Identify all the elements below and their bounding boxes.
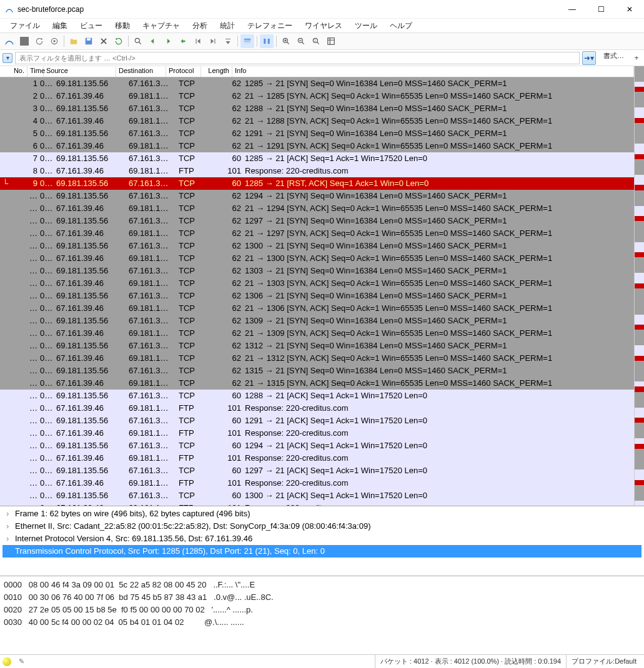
expand-icon[interactable]: › [6, 533, 15, 545]
packet-row[interactable]: 3 0… 69.181.135.56 67.161.3… TCP 62 1288… [0, 102, 634, 115]
col-header-info[interactable]: Info [232, 66, 634, 77]
packet-row[interactable]: … 0… 67.161.39.46 69.181.1… TCP 62 21 → … [0, 277, 634, 290]
packet-row[interactable]: 1 0… 69.181.135.56 67.161.3… TCP 62 1285… [0, 77, 634, 90]
apply-filter-button[interactable]: ➜ ▾ [582, 51, 596, 65]
packet-row[interactable]: … 0… 69.181.135.56 67.161.3… TCP 62 1297… [0, 215, 634, 227]
packet-row[interactable]: … 0… 67.161.39.46 69.181.1… FTP 101 Resp… [0, 502, 634, 506]
menu-統計[interactable]: 統計 [214, 19, 241, 32]
menu-ファイル[interactable]: ファイル [4, 19, 46, 32]
packet-row[interactable]: … 0… 67.161.39.46 69.181.1… TCP 62 21 → … [0, 252, 634, 265]
col-header-no[interactable]: No. [0, 66, 27, 77]
packet-row[interactable]: … 0… 69.181.135.56 67.161.3… TCP 60 1297… [0, 464, 634, 477]
status-profile[interactable]: プロファイル:Default [566, 655, 642, 668]
col-header-time[interactable]: Time [27, 66, 44, 77]
capture-options-icon[interactable] [47, 34, 61, 48]
resize-all-icon[interactable] [324, 34, 338, 48]
expand-icon[interactable]: › [6, 508, 15, 520]
packet-row[interactable]: 8 0… 67.161.39.46 69.181.1… FTP 101 Resp… [0, 165, 634, 177]
go-back-icon[interactable] [146, 34, 160, 48]
find-icon[interactable] [131, 34, 145, 48]
bookmark-icon[interactable]: ▾ [2, 53, 12, 63]
capture-restart-icon[interactable] [32, 34, 46, 48]
packet-bytes-pane[interactable]: 0000 08 00 46 f4 3a 09 00 01 5c 22 a5 82… [0, 576, 644, 654]
col-header-source[interactable]: Source [44, 66, 116, 77]
packet-row[interactable]: … 0… 67.161.39.46 69.181.1… TCP 62 21 → … [0, 302, 634, 315]
packet-row[interactable]: … 0… 69.181.135.56 67.161.3… TCP 62 1309… [0, 315, 634, 327]
packet-row[interactable]: … 0… 67.161.39.46 69.181.1… FTP 101 Resp… [0, 427, 634, 440]
hex-row[interactable]: 0000 08 00 46 f4 3a 09 00 01 5c 22 a5 82… [4, 579, 640, 591]
menu-ヘルプ[interactable]: ヘルプ [384, 19, 419, 32]
packet-row[interactable]: … 0… 67.161.39.46 69.181.1… TCP 62 21 → … [0, 202, 634, 215]
packet-row[interactable]: … 0… 67.161.39.46 69.181.1… TCP 62 21 → … [0, 227, 634, 240]
open-file-icon[interactable] [67, 34, 81, 48]
menu-移動[interactable]: 移動 [109, 19, 136, 32]
detail-row[interactable]: ›Internet Protocol Version 4, Src: 69.18… [2, 533, 642, 545]
detail-row[interactable]: ›Frame 1: 62 bytes on wire (496 bits), 6… [2, 508, 642, 520]
packet-row[interactable]: … 0… 69.181.135.56 67.161.3… TCP 60 1291… [0, 415, 634, 427]
packet-row[interactable]: … 0… 67.161.39.46 69.181.1… FTP 101 Resp… [0, 452, 634, 464]
packet-row[interactable]: … 0… 67.161.39.46 69.181.1… TCP 62 21 → … [0, 352, 634, 365]
menu-編集[interactable]: 編集 [46, 19, 74, 32]
packet-row[interactable]: … 0… 69.181.135.56 67.161.3… TCP 60 1300… [0, 489, 634, 502]
minimize-button[interactable]: — [558, 0, 587, 19]
packet-row[interactable]: … 0… 69.181.135.56 67.161.3… TCP 62 1315… [0, 365, 634, 377]
go-first-icon[interactable] [191, 34, 205, 48]
display-filter-input[interactable] [15, 52, 580, 64]
detail-row[interactable]: ›Ethernet II, Src: Cadant_22:a5:82 (00:0… [2, 520, 642, 533]
expert-info-icon[interactable] [2, 657, 11, 666]
packet-row[interactable]: … 0… 69.181.135.56 67.161.3… TCP 62 1300… [0, 240, 634, 252]
menu-ビュー[interactable]: ビュー [74, 19, 109, 32]
hex-row[interactable]: 0010 00 30 06 76 40 00 7f 06 bd 75 45 b5… [4, 591, 640, 604]
detail-row[interactable]: ›Transmission Control Protocol, Src Port… [2, 545, 642, 557]
save-file-icon[interactable] [82, 34, 96, 48]
colorize-icon[interactable] [240, 34, 254, 48]
menu-分析[interactable]: 分析 [186, 19, 214, 32]
packet-row[interactable]: … 0… 67.161.39.46 69.181.1… FTP 101 Resp… [0, 402, 634, 415]
go-last-icon[interactable] [206, 34, 220, 48]
capture-start-icon[interactable] [2, 34, 16, 48]
packet-minimap[interactable] [634, 66, 644, 506]
reload-icon[interactable] [112, 34, 126, 48]
col-header-length[interactable]: Length [201, 66, 232, 77]
menu-ツール[interactable]: ツール [349, 19, 384, 32]
packet-row[interactable]: 6 0… 67.161.39.46 69.181.1… TCP 62 21 → … [0, 140, 634, 152]
packet-row[interactable]: └9 0… 69.181.135.56 67.161.3… TCP 60 128… [0, 177, 634, 190]
zoom-in-icon[interactable] [279, 34, 293, 48]
packet-row[interactable]: … 0… 67.161.39.46 69.181.1… TCP 62 21 → … [0, 377, 634, 390]
packet-details-pane[interactable]: ›Frame 1: 62 bytes on wire (496 bits), 6… [0, 506, 644, 576]
filter-style-button[interactable]: 書式… [598, 51, 629, 65]
expand-icon[interactable]: › [6, 545, 15, 557]
packet-list-header[interactable]: No. Time Source Destination Protocol Len… [0, 66, 634, 77]
packet-row[interactable]: … 0… 69.181.135.56 67.161.3… TCP 62 1294… [0, 190, 634, 202]
packet-list-body[interactable]: 1 0… 69.181.135.56 67.161.3… TCP 62 1285… [0, 77, 634, 506]
edit-capture-comment-icon[interactable]: ✎ [16, 657, 26, 666]
packet-row[interactable]: … 0… 67.161.39.46 69.181.1… FTP 101 Resp… [0, 477, 634, 489]
packet-row[interactable]: … 0… 69.181.135.56 67.161.3… TCP 60 1288… [0, 390, 634, 402]
packet-row[interactable]: 4 0… 67.161.39.46 69.181.1… TCP 62 21 → … [0, 115, 634, 127]
go-to-packet-icon[interactable] [176, 34, 190, 48]
auto-scroll-icon[interactable] [221, 34, 235, 48]
resize-columns-icon[interactable] [260, 34, 274, 48]
close-button[interactable]: ✕ [615, 0, 644, 19]
packet-row[interactable]: … 0… 69.181.135.56 67.161.3… TCP 60 1294… [0, 440, 634, 452]
packet-row[interactable]: … 0… 67.161.39.46 69.181.1… TCP 62 21 → … [0, 327, 634, 340]
packet-row[interactable]: … 0… 69.181.135.56 67.161.3… TCP 62 1306… [0, 290, 634, 302]
packet-row[interactable]: … 0… 69.181.135.56 67.161.3… TCP 62 1312… [0, 340, 634, 352]
packet-row[interactable]: 7 0… 69.181.135.56 67.161.3… TCP 60 1285… [0, 152, 634, 165]
capture-stop-icon[interactable] [17, 34, 31, 48]
hex-row[interactable]: 0030 40 00 5c f4 00 00 02 04 05 b4 01 01… [4, 616, 640, 629]
close-file-icon[interactable] [97, 34, 111, 48]
menu-ワイヤレス[interactable]: ワイヤレス [299, 19, 349, 32]
col-header-protocol[interactable]: Protocol [166, 66, 201, 77]
maximize-button[interactable]: ☐ [587, 0, 615, 19]
packet-row[interactable]: 2 0… 67.161.39.46 69.181.1… TCP 62 21 → … [0, 90, 634, 102]
add-filter-button[interactable]: + [632, 54, 642, 62]
col-header-destination[interactable]: Destination [116, 66, 166, 77]
zoom-out-icon[interactable] [294, 34, 308, 48]
zoom-reset-icon[interactable]: 1 [309, 34, 323, 48]
menu-キャプチャ[interactable]: キャプチャ [136, 19, 186, 32]
expand-icon[interactable]: › [6, 520, 15, 533]
hex-row[interactable]: 0020 27 2e 05 05 00 15 b8 5e f0 f5 00 00… [4, 604, 640, 616]
packet-row[interactable]: 5 0… 69.181.135.56 67.161.3… TCP 62 1291… [0, 127, 634, 140]
go-forward-icon[interactable] [161, 34, 175, 48]
